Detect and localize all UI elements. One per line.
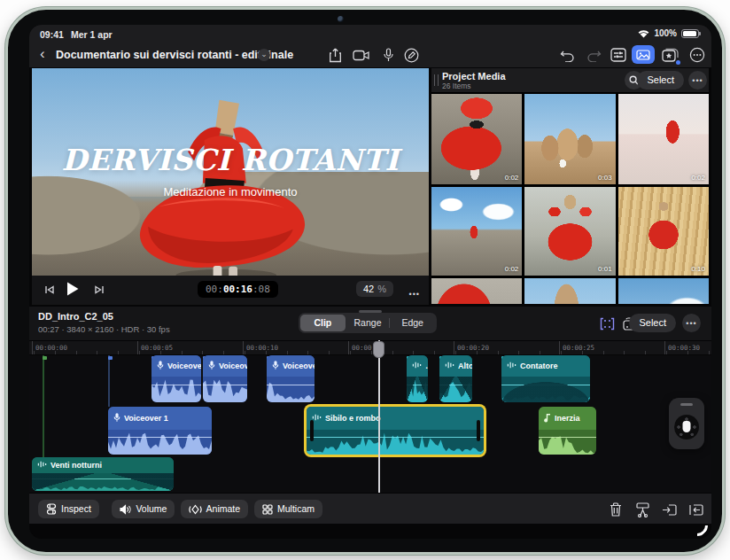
status-time: 09:41 bbox=[40, 29, 64, 40]
media-panel-header: Project Media 26 Items Select bbox=[431, 68, 709, 92]
clip-connection-line bbox=[43, 355, 44, 457]
media-thumb-red-fabric-closeup[interactable] bbox=[431, 278, 522, 304]
share-export-button[interactable] bbox=[325, 45, 345, 65]
media-thumb-dervish-arms-raised[interactable]: 0:01 bbox=[524, 187, 615, 276]
media-thumb-golden-reeds-dervish[interactable]: 0:10 bbox=[618, 187, 709, 276]
media-browser-button[interactable] bbox=[632, 45, 655, 64]
segment-range[interactable]: Range bbox=[346, 315, 391, 331]
timeline-clip--[interactable]: … bbox=[407, 355, 428, 402]
timeline-clip-name: DD_Intro_C2_05 bbox=[38, 311, 113, 322]
split-blade-button[interactable] bbox=[633, 501, 651, 518]
project-media-panel: Project Media 26 Items Select 0:020:030:… bbox=[431, 68, 709, 304]
timeline-clip-alto-[interactable]: Alto… bbox=[439, 355, 472, 402]
mic-icon bbox=[208, 360, 215, 372]
play-button[interactable] bbox=[66, 281, 80, 300]
clip-label: Voiceover 3 bbox=[283, 362, 315, 370]
waveform-icon bbox=[445, 361, 454, 371]
title-bar: Documentario sui dervisci rotanti - edit… bbox=[29, 43, 711, 67]
animate-button[interactable]: Animate bbox=[181, 500, 249, 518]
ruler-label: 00:00:30 bbox=[668, 344, 700, 352]
media-grid: 0:020:030:020:020:010:10 bbox=[431, 94, 709, 304]
media-item-count: 26 Items bbox=[442, 82, 471, 90]
trim-handle-left[interactable] bbox=[310, 420, 314, 441]
volume-button[interactable]: Volume bbox=[112, 500, 175, 518]
media-select-button[interactable]: Select bbox=[637, 71, 684, 89]
adjustments-button[interactable] bbox=[609, 45, 628, 65]
microphone-button[interactable] bbox=[378, 45, 398, 65]
playhead[interactable] bbox=[378, 340, 380, 493]
timeline-select-button[interactable]: Select bbox=[629, 314, 676, 332]
skip-forward-button[interactable] bbox=[94, 283, 105, 299]
viewer-panel: DERVISCI ROTANTI Meditazione in moviment… bbox=[32, 68, 429, 305]
timeline-clip-voiceover-1[interactable]: Voiceover 1 bbox=[108, 407, 212, 455]
clip-label: Alto… bbox=[458, 362, 472, 370]
ruler-label: 00:00:25 bbox=[563, 344, 594, 352]
delete-button[interactable] bbox=[607, 501, 625, 518]
timeline-clip-sibilo-e-rombo[interactable]: Sibilo e rombo bbox=[307, 407, 484, 455]
timeline-clip-inerzia[interactable]: Inerzia bbox=[539, 407, 596, 455]
timeline-clip-voiceover-2[interactable]: Voiceover 2 bbox=[203, 355, 247, 402]
timeline-clip-voiceover-3[interactable]: Voiceover 3 bbox=[267, 355, 315, 402]
animate-icon bbox=[189, 504, 202, 515]
multicam-button[interactable]: Multicam bbox=[254, 500, 322, 518]
viewer-zoom-control[interactable]: 42% bbox=[356, 281, 393, 297]
media-thumb-dervish-gray-rocks[interactable]: 0:02 bbox=[431, 94, 522, 184]
segment-clip[interactable]: Clip bbox=[300, 315, 346, 331]
insert-clip-button[interactable] bbox=[660, 501, 678, 518]
clip-label: Contatore bbox=[520, 362, 558, 370]
mic-icon bbox=[113, 412, 120, 424]
redo-button[interactable] bbox=[584, 45, 603, 65]
video-overlay-title: DERVISCI ROTANTI bbox=[32, 143, 429, 177]
timeline-tracks: Voiceover 2Voiceover 2Voiceover 3…Alto…C… bbox=[29, 355, 711, 493]
back-button[interactable] bbox=[40, 45, 45, 63]
edit-mode-segmented-control: ClipRangeEdge bbox=[299, 313, 437, 333]
undo-button[interactable] bbox=[557, 45, 577, 65]
playback-controls: 00:00:16:08 42% bbox=[32, 276, 429, 305]
clip-connection-marker bbox=[108, 356, 113, 360]
clip-label: Voiceover 1 bbox=[124, 414, 168, 423]
timeline-more-button[interactable] bbox=[682, 314, 701, 332]
media-thumb-cappadocia-rocks[interactable]: 0:03 bbox=[524, 94, 615, 184]
viewer-more-button[interactable] bbox=[409, 284, 420, 300]
clip-connection-line bbox=[108, 355, 110, 407]
wifi-icon bbox=[638, 29, 649, 38]
button-label: Inspect bbox=[61, 500, 91, 518]
camera-record-button[interactable] bbox=[352, 45, 371, 65]
timecode-display[interactable]: 00:00:16:08 bbox=[198, 281, 278, 298]
skip-back-button[interactable] bbox=[44, 283, 55, 299]
media-thumb-badlands-ridge-dervish[interactable]: 0:02 bbox=[431, 187, 522, 276]
playhead-handle[interactable] bbox=[373, 341, 384, 358]
timeline-ruler[interactable]: 00:00:0000:00:0500:00:1000:00:1500:00:20… bbox=[29, 340, 711, 355]
inspect-button[interactable]: Inspect bbox=[38, 500, 99, 518]
trim-handle-right[interactable] bbox=[477, 420, 480, 441]
segment-edge[interactable]: Edge bbox=[390, 315, 435, 331]
media-more-button[interactable] bbox=[688, 71, 707, 89]
media-thumb-sky-clouds[interactable] bbox=[618, 278, 709, 304]
timeline-clip-contatore[interactable]: Contatore bbox=[501, 355, 590, 402]
timeline-clip-voiceover-2[interactable]: Voiceover 2 bbox=[151, 355, 201, 402]
video-preview[interactable]: DERVISCI ROTANTI Meditazione in moviment… bbox=[32, 68, 429, 276]
clip-label: … bbox=[425, 362, 428, 370]
clip-label: Voiceover 2 bbox=[167, 362, 201, 370]
clip-label: Sibilo e rombo bbox=[325, 414, 381, 423]
more-button[interactable] bbox=[687, 45, 707, 65]
ruler-label: 00:00:20 bbox=[457, 344, 489, 352]
clip-library-button[interactable] bbox=[660, 45, 680, 65]
clip-duration: 0:03 bbox=[598, 174, 612, 182]
inspect-icon bbox=[46, 503, 57, 515]
media-thumb-felt-hat-closeup[interactable] bbox=[524, 278, 615, 304]
grid-icon bbox=[262, 504, 273, 515]
pencil-tool-button[interactable] bbox=[401, 45, 421, 65]
media-thumb-salt-flat-dervish[interactable]: 0:02 bbox=[618, 94, 709, 184]
jog-wheel[interactable] bbox=[669, 398, 704, 449]
panel-drag-handle[interactable] bbox=[434, 74, 439, 86]
mic-icon bbox=[272, 360, 279, 372]
connect-clips-icon[interactable] bbox=[597, 314, 617, 333]
title-chevron-icon[interactable] bbox=[258, 49, 270, 61]
status-date: Mer 1 apr bbox=[71, 29, 113, 40]
status-bar: 09:41 Mer 1 apr 100% bbox=[29, 25, 711, 43]
clip-label: Inerzia bbox=[555, 414, 580, 423]
timeline-clip-venti-notturni[interactable]: Venti notturni bbox=[32, 457, 174, 491]
battery-icon bbox=[681, 29, 699, 38]
ipad-device: 09:41 Mer 1 apr 100% Documentario sui de… bbox=[5, 7, 725, 555]
